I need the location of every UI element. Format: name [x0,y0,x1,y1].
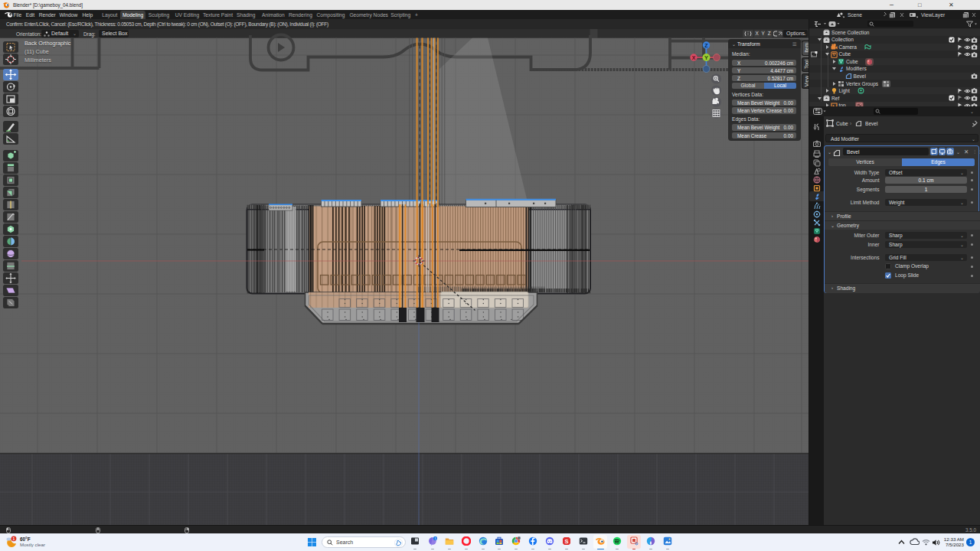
svg-text:Z: Z [704,43,708,48]
svg-text:Y: Y [704,54,708,61]
svg-text:X: X [692,55,696,60]
svg-text:S: S [564,538,568,545]
svg-text:1: 1 [13,536,15,541]
